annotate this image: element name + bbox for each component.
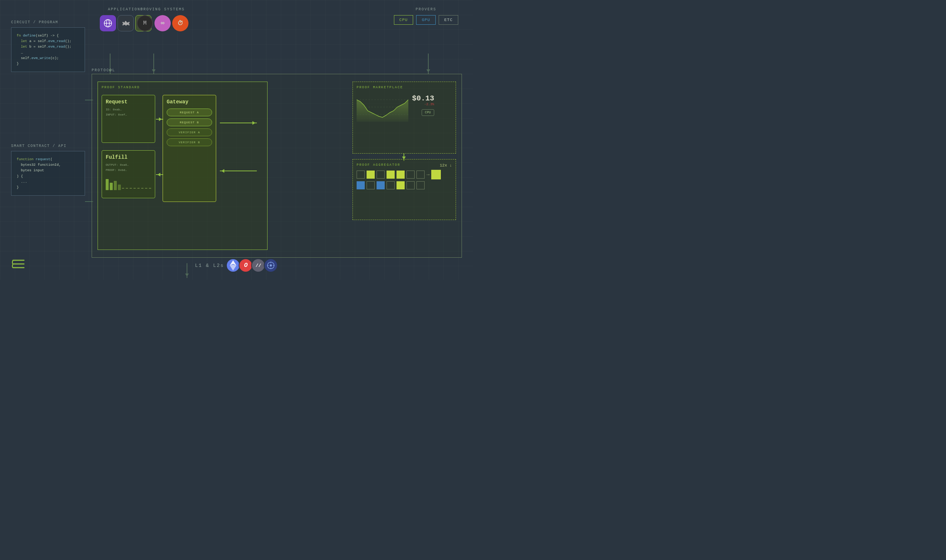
gw-to-market-arrow (220, 123, 257, 123)
request-title: Request (106, 99, 151, 105)
proving-systems-section: PROVING SYSTEMS M ∞ ⏱ (137, 8, 188, 31)
gateway-title: Gateway (167, 99, 212, 105)
request-box: Request ID: 0xab… INPUT: 0xef… (102, 95, 155, 143)
verifier-b-button[interactable]: VERIFIER B (167, 138, 212, 146)
prov-icon-m: M (137, 15, 153, 31)
logo (11, 257, 26, 272)
fulfill-title: Fulfill (106, 154, 151, 160)
agg-box-4 (387, 171, 395, 178)
circuit-panel: CIRCUIT / PROGRAM fn define(self) -> { l… (11, 20, 85, 72)
request-input: INPUT: 0xef… (106, 112, 151, 117)
circuit-label: CIRCUIT / PROGRAM (11, 20, 85, 25)
smart-contract-label: SMART CONTRACT / API (11, 144, 85, 148)
eth-icon (226, 258, 240, 272)
agg-box-b6 (406, 181, 415, 189)
marketplace-chart (356, 92, 408, 122)
marketplace-content: $0.13 -2.3% CPU (356, 92, 452, 122)
chain-icons: O // (228, 258, 278, 272)
proof-aggregator-title: PROOF AGGREGATOR (356, 163, 452, 167)
agg-box-b7 (417, 181, 424, 189)
svg-point-10 (270, 264, 272, 266)
request-id: ID: 0xab… (106, 107, 151, 112)
app-icon-gear (117, 15, 134, 31)
prover-buttons: CPU GPU ETC (394, 15, 458, 25)
proof-marketplace-title: PROOF MARKETPLACE (356, 86, 452, 89)
agg-box-5 (397, 171, 404, 178)
request-a-button[interactable]: REQUEST A (167, 109, 212, 116)
marketplace-price: $0.13 -2.3% CPU (412, 92, 434, 116)
agg-result (431, 170, 441, 179)
svg-marker-7 (230, 260, 236, 265)
prov-icon-inf: ∞ (154, 15, 171, 31)
proving-icons: M ∞ ⏱ (137, 15, 188, 31)
etc-prover-button[interactable]: ETC (438, 15, 458, 25)
verifier-a-button[interactable]: VERIFIER A (167, 128, 212, 136)
agg-box-1 (356, 171, 365, 178)
prov-icon-clock: ⏱ (172, 15, 188, 31)
l1l2-label: L1 & L2s (195, 263, 224, 268)
proof-standard-box: PROOF STANDARD Request ID: 0xab… INPUT: … (97, 82, 267, 250)
agg-box-6 (406, 171, 415, 178)
protocol-to-l1-line (187, 263, 187, 278)
agg-box-b5 (397, 181, 404, 189)
gateway-box: Gateway REQUEST A REQUEST B VERIFIER A V… (163, 95, 216, 202)
proving-title: PROVING SYSTEMS (137, 8, 188, 11)
smart-contract-panel: SMART CONTRACT / API function request( b… (11, 144, 85, 195)
app-icon-web (100, 15, 116, 31)
price-change: -2.3% (412, 103, 434, 106)
agg-box-b1 (356, 181, 365, 189)
fulfill-output: OUTPUT: 0xa6… (106, 162, 151, 168)
fulfill-chart (106, 175, 151, 190)
price-value: $0.13 (412, 94, 434, 103)
proof-standard-title: PROOF STANDARD (102, 86, 264, 89)
agg-to-fulfill-arrow (220, 171, 257, 171)
aggregator-row-2 (356, 181, 452, 189)
agg-box-b2 (367, 181, 375, 189)
agg-box-7 (417, 171, 424, 178)
agg-arrow: → (426, 172, 429, 178)
marketplace-cpu-badge: CPU (421, 109, 434, 116)
protocol-box: PROOF STANDARD Request ID: 0xab… INPUT: … (92, 74, 462, 258)
fulfill-box: Fulfill OUTPUT: 0xa6… PROOF: 0xbd… (102, 150, 155, 198)
proof-aggregator-box: PROOF AGGREGATOR 12x ↓ → (353, 159, 456, 220)
circuit-code: fn define(self) -> { let a = self.evm_re… (11, 27, 85, 72)
slash-icon: // (251, 258, 265, 272)
celestia-icon (264, 258, 278, 272)
aggregator-multiplier: 12x ↓ (440, 163, 452, 168)
provers-connector-line (428, 54, 429, 74)
request-b-button[interactable]: REQUEST B (167, 118, 212, 126)
proving-connector-line (153, 54, 154, 74)
smart-contract-code: function request( bytes32 functionId, by… (11, 151, 85, 195)
protocol-label: PROTOCOL (92, 68, 115, 72)
proof-marketplace-box: PROOF MARKETPLACE (353, 82, 456, 154)
provers-section: PROVERS CPU GPU ETC (394, 8, 458, 25)
req-to-gw-arrow (156, 119, 164, 120)
agg-box-b4 (387, 181, 395, 189)
gw-to-fulfill-arrow (156, 174, 164, 175)
optimism-icon: O (239, 258, 253, 272)
l1l2-section: L1 & L2s O // (195, 258, 278, 272)
aggregator-row-1: → (356, 170, 452, 179)
agg-box-b3 (377, 181, 385, 189)
cpu-prover-button[interactable]: CPU (394, 15, 414, 25)
gpu-prover-button[interactable]: GPU (416, 15, 436, 25)
fulfill-proof: PROOF: 0xbd… (106, 168, 151, 173)
agg-box-2 (367, 171, 375, 178)
svg-marker-8 (230, 265, 236, 271)
agg-box-3 (377, 171, 385, 178)
provers-title: PROVERS (394, 8, 458, 11)
